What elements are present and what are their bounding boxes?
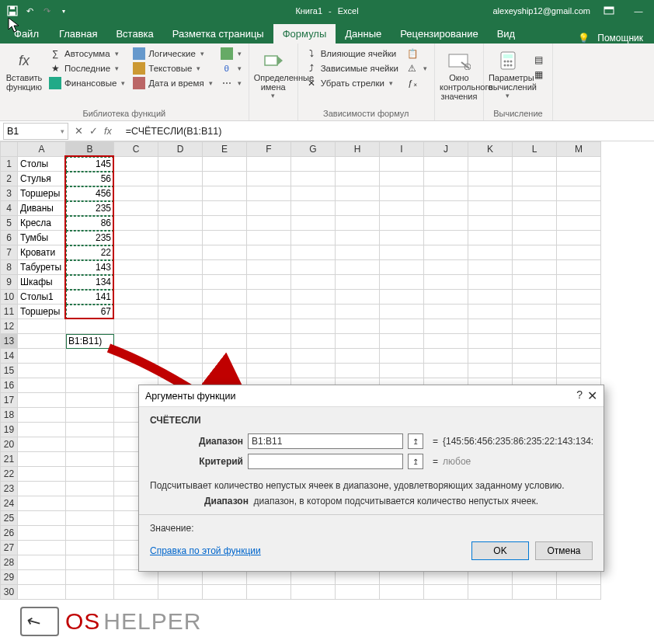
cell-J9[interactable] [424, 275, 468, 290]
cell-C12[interactable] [114, 319, 158, 334]
row-header-1[interactable]: 1 [1, 157, 18, 172]
cell-H15[interactable] [336, 364, 380, 378]
cell-A6[interactable]: Тумбы [18, 231, 66, 245]
show-formulas-button[interactable]: 📋 [404, 47, 430, 61]
cell-G4[interactable] [291, 201, 336, 216]
cell-J4[interactable] [424, 201, 468, 216]
cell-E6[interactable] [203, 231, 247, 245]
cell-D7[interactable] [158, 245, 203, 260]
cell-K12[interactable] [468, 319, 513, 334]
tab-home[interactable]: Главная [50, 24, 106, 44]
cell-G14[interactable] [291, 349, 336, 364]
ok-button[interactable]: OK [471, 541, 529, 560]
cell-B6[interactable]: 235 [66, 231, 114, 245]
cell-E15[interactable] [203, 364, 247, 378]
cell-M6[interactable] [557, 231, 601, 245]
cell-A1[interactable]: Столы [18, 157, 66, 172]
cell-D30[interactable] [158, 585, 203, 600]
cell-H2[interactable] [336, 172, 380, 186]
row-header-19[interactable]: 19 [1, 423, 18, 437]
cell-J12[interactable] [424, 319, 468, 334]
cell-E9[interactable] [203, 275, 247, 290]
cell-G1[interactable] [291, 157, 336, 172]
name-box[interactable]: B1 ▾ [3, 123, 68, 140]
cell-A12[interactable] [18, 319, 66, 334]
cell-J2[interactable] [424, 172, 468, 186]
fx-button[interactable]: fx [104, 126, 117, 137]
row-header-9[interactable]: 9 [1, 275, 18, 290]
user-email[interactable]: alexeyship12@gmail.com [492, 6, 590, 16]
cell-A13[interactable] [18, 334, 66, 349]
cell-E4[interactable] [203, 201, 247, 216]
cell-A2[interactable]: Стулья [18, 172, 66, 186]
row-header-23[interactable]: 23 [1, 482, 18, 496]
recent-button[interactable]: ★Последние [47, 61, 127, 75]
cell-K7[interactable] [468, 245, 513, 260]
cell-E8[interactable] [203, 260, 247, 275]
cell-K30[interactable] [468, 585, 513, 600]
help-button[interactable]: ? [576, 388, 583, 403]
cell-I13[interactable] [380, 334, 424, 349]
cell-M11[interactable] [557, 305, 601, 319]
close-icon[interactable]: ✕ [587, 388, 597, 403]
cell-G12[interactable] [291, 319, 336, 334]
row-header-29[interactable]: 29 [1, 570, 18, 585]
cell-F11[interactable] [247, 305, 291, 319]
cell-B13[interactable]: B1:B11) [66, 334, 114, 349]
autosum-button[interactable]: ∑Автосумма [47, 47, 127, 61]
cell-J6[interactable] [424, 231, 468, 245]
cell-H6[interactable] [336, 231, 380, 245]
cell-H30[interactable] [336, 585, 380, 600]
cell-H11[interactable] [336, 305, 380, 319]
cell-E14[interactable] [203, 349, 247, 364]
cell-H7[interactable] [336, 245, 380, 260]
cell-C15[interactable] [114, 364, 158, 378]
cell-F14[interactable] [247, 349, 291, 364]
cell-E13[interactable] [203, 334, 247, 349]
cell-G9[interactable] [291, 275, 336, 290]
cell-G11[interactable] [291, 305, 336, 319]
trace-precedents-button[interactable]: ⤵Влияющие ячейки [303, 47, 401, 61]
col-header-B[interactable]: B [66, 142, 114, 157]
cell-D29[interactable] [158, 570, 203, 585]
cell-D15[interactable] [158, 364, 203, 378]
row-header-8[interactable]: 8 [1, 260, 18, 275]
cell-I11[interactable] [380, 305, 424, 319]
cell-E10[interactable] [203, 290, 247, 305]
cell-A29[interactable] [18, 570, 66, 585]
cell-M7[interactable] [557, 245, 601, 260]
row-header-22[interactable]: 22 [1, 467, 18, 482]
error-check-button[interactable]: ⚠ [404, 61, 430, 75]
cell-J29[interactable] [424, 570, 468, 585]
cell-F5[interactable] [247, 216, 291, 231]
cell-A16[interactable] [18, 378, 66, 393]
cell-M30[interactable] [557, 585, 601, 600]
cell-A28[interactable] [18, 555, 66, 570]
cell-C5[interactable] [114, 216, 158, 231]
cell-M15[interactable] [557, 364, 601, 378]
cell-A20[interactable] [18, 437, 66, 452]
cell-M10[interactable] [557, 290, 601, 305]
cell-E3[interactable] [203, 186, 247, 201]
cell-D2[interactable] [158, 172, 203, 186]
cancel-button[interactable]: Отмена [535, 541, 593, 560]
cell-M4[interactable] [557, 201, 601, 216]
evaluate-button[interactable]: ƒₓ [404, 76, 430, 90]
cell-B7[interactable]: 22 [66, 245, 114, 260]
cell-L3[interactable] [513, 186, 557, 201]
cell-B1[interactable]: 145 [66, 157, 114, 172]
cell-F29[interactable] [247, 570, 291, 585]
cell-K5[interactable] [468, 216, 513, 231]
cell-H3[interactable] [336, 186, 380, 201]
cell-I3[interactable] [380, 186, 424, 201]
insert-function-button[interactable]: fx Вставить функцию [5, 45, 43, 92]
cell-M3[interactable] [557, 186, 601, 201]
cell-C11[interactable] [114, 305, 158, 319]
cell-A9[interactable]: Шкафы [18, 275, 66, 290]
cell-H9[interactable] [336, 275, 380, 290]
cell-K1[interactable] [468, 157, 513, 172]
tab-review[interactable]: Рецензирование [391, 24, 487, 44]
cell-F3[interactable] [247, 186, 291, 201]
cell-K3[interactable] [468, 186, 513, 201]
trace-dependents-button[interactable]: ⤴Зависимые ячейки [303, 61, 401, 75]
